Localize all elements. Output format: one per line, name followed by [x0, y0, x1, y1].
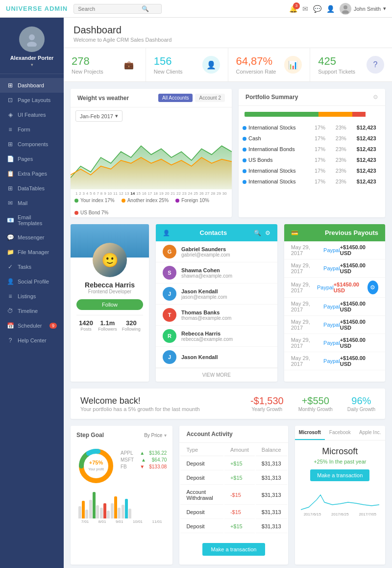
- portfolio-bar: [245, 112, 379, 117]
- ms-tab-facebook[interactable]: Facebook: [325, 426, 355, 440]
- contact-name: Thomas Banks: [181, 310, 231, 315]
- message-icon-btn[interactable]: ✉: [302, 5, 308, 13]
- sidebar-item-dashboard[interactable]: ⊞Dashboard: [0, 78, 64, 93]
- welcome-stat-number: -$1,530: [250, 395, 284, 407]
- sidebar-item-email-templates[interactable]: 📧Email Templates: [0, 210, 64, 230]
- contact-item[interactable]: RRebecca Harrisrebecca@example.com: [156, 326, 277, 347]
- sidebar-item-label: Messenger: [18, 234, 44, 240]
- portfolio-pct2: 23%: [333, 123, 353, 132]
- welcome-subtitle: Your portfolio has a 5% growth for the l…: [80, 406, 200, 412]
- follow-button[interactable]: Follow: [76, 299, 143, 310]
- sidebar-item-ui-features[interactable]: ◈UI Features: [0, 107, 64, 122]
- payout-method[interactable]: Paypal: [323, 358, 340, 364]
- sidebar-item-messenger[interactable]: 💬Messenger: [0, 230, 64, 245]
- mini-bar: [125, 499, 128, 519]
- contacts-header: 👤 Contacts 🔍 ⚙: [156, 224, 277, 241]
- col-amount: Amount: [224, 444, 255, 456]
- contact-avatar: T: [163, 308, 176, 322]
- legend-label: Another index 25%: [127, 198, 169, 203]
- sidebar-item-social-profile[interactable]: 👤Social Profile: [0, 274, 64, 289]
- contact-name: Jason Kendall: [181, 288, 227, 294]
- sidebar-item-label: File Manager: [18, 249, 49, 255]
- contact-item[interactable]: TThomas Banksthomas@example.com: [156, 305, 277, 326]
- stat-number: 425: [318, 55, 355, 68]
- contact-avatar: R: [163, 329, 176, 343]
- ms-x-label: 2017/6/25: [331, 512, 349, 516]
- account-tbody: Deposit+$15$31,313Deposit+$15$31,313Acco…: [180, 457, 287, 533]
- payout-method[interactable]: Paypal: [323, 340, 340, 346]
- stat-label: Support Tickets: [318, 69, 355, 75]
- filter-all-accounts[interactable]: All Accounts: [158, 94, 193, 102]
- welcome-stat-number: 96%: [347, 395, 375, 407]
- sidebar-item-help-center[interactable]: ?Help Center: [0, 333, 64, 348]
- payout-method[interactable]: Paypal: [323, 265, 340, 271]
- sidebar-item-listings[interactable]: ≡Listings: [0, 289, 64, 304]
- sidebar-item-mail[interactable]: ✉Mail: [0, 196, 64, 210]
- user-info[interactable]: John Smith ▾: [340, 3, 386, 15]
- date-range-selector[interactable]: Jan-Feb 2017 ▾: [75, 110, 122, 122]
- ms-tab-microsoft[interactable]: Microsoft: [295, 426, 325, 440]
- step-goal-filter[interactable]: By Price ▾: [144, 433, 167, 438]
- payout-method[interactable]: Paypal: [323, 322, 340, 328]
- portfolio-dot: [243, 126, 246, 130]
- sidebar-item-datatables[interactable]: ⊞DataTables: [0, 181, 64, 196]
- contact-item[interactable]: GGabriel Saundersgabriel@example.com: [156, 241, 277, 262]
- bar-label: 11/01: [152, 519, 162, 524]
- settings-icon[interactable]: ⚙: [373, 94, 378, 101]
- sidebar-item-pages[interactable]: 📄Pages: [0, 152, 64, 166]
- bar-group: [100, 503, 110, 519]
- stat-icon: 📊: [284, 56, 302, 74]
- menu-icon: ⏱: [7, 308, 14, 314]
- chart-filters: All Accounts Account 2: [158, 94, 225, 102]
- payout-method[interactable]: Paypal: [323, 304, 340, 310]
- mini-bar: [114, 496, 117, 518]
- sidebar-item-extra-pages[interactable]: 📋Extra Pages: [0, 166, 64, 181]
- payout-method[interactable]: Paypal: [323, 247, 340, 253]
- filter-contacts-icon[interactable]: ⚙: [265, 230, 270, 236]
- mini-bar: [96, 505, 99, 518]
- welcome-title: Welcome back!: [80, 396, 200, 406]
- contact-item[interactable]: SShawna Cohenshawna@example.com: [156, 262, 277, 284]
- stat-label: New Projects: [72, 69, 103, 75]
- stat-label: New Clients: [154, 69, 183, 75]
- contact-item[interactable]: JJason Kendall: [156, 347, 277, 368]
- gear-icon[interactable]: ⚙: [368, 281, 378, 294]
- search-icon: 🔍: [142, 5, 149, 12]
- account-title: Account Activity: [186, 431, 232, 438]
- sidebar-item-tasks[interactable]: ✓Tasks: [0, 259, 64, 274]
- payout-method[interactable]: Paypal: [317, 284, 334, 290]
- sidebar-item-components[interactable]: ⊞Components: [0, 137, 64, 152]
- comment-icon-btn[interactable]: 💬: [313, 5, 321, 13]
- welcome-content: Welcome back! Your portfolio has a 5% gr…: [80, 395, 375, 412]
- donut-chart: +75% Your profit: [76, 446, 116, 486]
- search-box[interactable]: 🔍: [74, 4, 162, 14]
- mini-bar: [118, 508, 121, 519]
- welcome-section: Welcome back! Your portfolio has a 5% gr…: [71, 388, 385, 419]
- portfolio-label: International Bonds: [240, 144, 311, 154]
- layout: Alexander Porter ▾ ⊞Dashboard⊡Page Layou…: [0, 18, 392, 568]
- sidebar-item-scheduler[interactable]: 📅Scheduler9: [0, 318, 64, 333]
- portfolio-row: International Stocks17%23%$12,423: [240, 123, 384, 132]
- ms-transaction-button[interactable]: Make a transaction: [310, 469, 369, 481]
- legend-item: US Bond 7%: [74, 210, 108, 215]
- view-more-contacts[interactable]: VIEW MORE: [156, 368, 277, 382]
- payouts-list: May 29, 2017Paypal+$1450.00 USDMay 29, 2…: [284, 241, 385, 370]
- contact-item[interactable]: JJason Kendalljason@example.com: [156, 284, 277, 305]
- sidebar-item-page-layouts[interactable]: ⊡Page Layouts: [0, 93, 64, 107]
- user-icon-btn[interactable]: 👤: [326, 5, 335, 13]
- sidebar-item-timeline[interactable]: ⏱Timeline: [0, 304, 64, 318]
- account-row: Account Withdrawal-$15$31,313: [180, 486, 287, 505]
- search-input[interactable]: [78, 6, 142, 12]
- sidebar-item-form[interactable]: ≡Form: [0, 122, 64, 137]
- payouts-header: 💳 Previous Payouts: [284, 224, 385, 241]
- bell-icon-btn[interactable]: 🔔3: [289, 5, 297, 13]
- legend-label: Your index 17%: [80, 198, 115, 203]
- payout-row: May 29, 2017Paypal+$1450.00 USD: [284, 241, 385, 259]
- account-row: Deposit+$15$31,313: [180, 520, 287, 533]
- filter-account2[interactable]: Account 2: [195, 94, 224, 102]
- sidebar-item-file-manager[interactable]: 📁File Manager: [0, 245, 64, 259]
- svg-point-3: [27, 42, 37, 47]
- search-contacts-icon[interactable]: 🔍: [254, 230, 261, 236]
- ms-tab-apple-inc.[interactable]: Apple Inc.: [355, 426, 385, 440]
- make-transaction-button[interactable]: Make a transaction: [202, 543, 266, 556]
